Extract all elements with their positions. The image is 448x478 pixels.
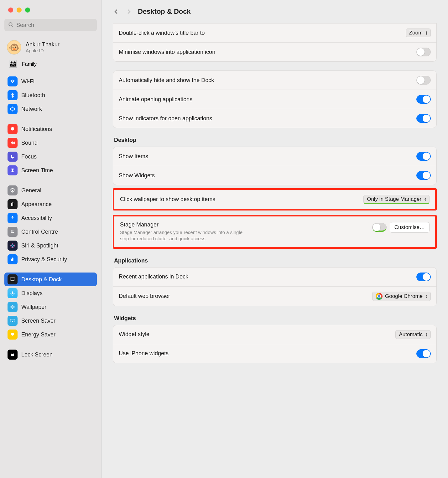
svg-line-1	[12, 25, 13, 27]
lock-icon	[8, 350, 18, 360]
sidebar-item-displays[interactable]: Displays	[4, 286, 97, 300]
gear-icon	[8, 185, 18, 195]
svg-point-12	[12, 245, 13, 247]
sidebar-item-label: Screen Saver	[21, 318, 55, 324]
customise-button[interactable]: Customise…	[390, 222, 430, 233]
updown-icon: ▲▼	[425, 294, 428, 298]
row-iphone-widgets: Use iPhone widgets	[113, 344, 436, 363]
search-input[interactable]	[4, 19, 97, 31]
click-wallpaper-select[interactable]: Only in Stage Manager ▲▼	[363, 195, 430, 204]
label: Default web browser	[119, 293, 372, 299]
apple-id-row[interactable]: 🐵 Ankur Thakur Apple ID	[0, 34, 101, 58]
updown-icon: ▲▼	[424, 197, 427, 201]
forward-button[interactable]	[125, 8, 132, 15]
siri-icon	[8, 241, 18, 251]
sidebar-item-label: Accessibility	[21, 215, 52, 221]
minimise-toggle[interactable]	[416, 48, 431, 56]
default-browser-select[interactable]: Google Chrome ▲▼	[372, 292, 431, 301]
recent-apps-toggle[interactable]	[416, 273, 431, 281]
label: Stage Manager	[120, 221, 368, 228]
label: Show Widgets	[119, 172, 416, 179]
sidebar-item-label: Focus	[21, 153, 37, 160]
minimize-icon[interactable]	[17, 8, 22, 13]
desktop-heading: Desktop	[113, 137, 437, 147]
row-show-items: Show Items	[113, 147, 436, 166]
sidebar-item-wifi[interactable]: Wi-Fi	[4, 75, 97, 88]
dock-panel: Double-click a window's title bar to Zoo…	[113, 23, 437, 62]
row-click-wallpaper: Click wallpaper to show desktop items On…	[114, 190, 435, 209]
sidebar-item-focus[interactable]: Focus	[4, 150, 97, 164]
row-widget-style: Widget style Automatic ▲▼	[113, 325, 436, 344]
show-items-toggle[interactable]	[416, 152, 431, 161]
svg-line-23	[14, 292, 14, 292]
iphone-widgets-toggle[interactable]	[416, 349, 431, 358]
row-stage-manager: Stage Manager Stage Manager arranges you…	[114, 216, 435, 247]
svg-line-22	[11, 294, 12, 295]
sidebar-item-lockscreen[interactable]: Lock Screen	[4, 348, 97, 361]
avatar: 🐵	[7, 40, 21, 55]
topbar: Desktop & Dock	[113, 0, 437, 23]
highlight-click-wallpaper: Click wallpaper to show desktop items On…	[113, 188, 437, 210]
svg-line-21	[14, 294, 14, 295]
sidebar-item-label: Appearance	[21, 201, 52, 208]
sidebar-item-label: Displays	[21, 290, 43, 297]
chrome-icon	[376, 293, 383, 300]
dock-icon	[8, 274, 18, 284]
sidebar-item-label: Siri & Spotlight	[21, 242, 58, 249]
close-icon[interactable]	[8, 8, 13, 13]
updown-icon: ▲▼	[425, 333, 428, 336]
label: Show Items	[119, 153, 416, 160]
double-click-select[interactable]: Zoom ▲▼	[406, 29, 431, 37]
sidebar-item-family[interactable]: 👨‍👩‍👧 Family	[0, 58, 101, 73]
label: Minimise windows into application icon	[119, 49, 416, 55]
svg-point-24	[12, 307, 13, 308]
sidebar-item-label: Desktop & Dock	[21, 276, 62, 283]
autohide-toggle[interactable]	[416, 76, 431, 85]
indicators-toggle[interactable]	[416, 114, 431, 123]
sidebar-item-bluetooth[interactable]: Bluetooth	[4, 88, 97, 102]
sidebar-item-label: Notifications	[21, 126, 52, 132]
svg-point-10	[13, 232, 14, 233]
sidebar-item-appearance[interactable]: Appearance	[4, 197, 97, 211]
label: Use iPhone widgets	[119, 350, 416, 357]
bulb-icon	[8, 330, 18, 340]
fullscreen-icon[interactable]	[25, 8, 30, 13]
sidebar-item-network[interactable]: Network	[4, 102, 97, 116]
wifi-icon	[8, 76, 18, 86]
search-icon	[8, 22, 14, 28]
animate-toggle[interactable]	[416, 95, 431, 104]
applications-panel: Recent applications in Dock Default web …	[113, 267, 437, 306]
svg-point-6	[12, 216, 13, 217]
svg-point-25	[12, 305, 13, 306]
svg-point-11	[11, 244, 14, 247]
show-widgets-toggle[interactable]	[416, 171, 431, 180]
sidebar-item-label: Family	[22, 61, 37, 67]
widget-style-select[interactable]: Automatic ▲▼	[395, 330, 431, 339]
sidebar-item-privacy[interactable]: Privacy & Security	[4, 252, 97, 266]
sidebar-item-wallpaper[interactable]: Wallpaper	[4, 300, 97, 314]
moon-icon	[8, 152, 18, 162]
sidebar-item-screentime[interactable]: Screen Time	[4, 164, 97, 177]
sidebar-item-energy[interactable]: Energy Saver	[4, 328, 97, 341]
sidebar-item-notifications[interactable]: Notifications	[4, 122, 97, 136]
svg-point-15	[12, 292, 13, 294]
sidebar-item-label: Control Centre	[21, 229, 58, 235]
user-name: Ankur Thakur	[26, 41, 60, 48]
bell-icon	[8, 124, 18, 134]
label: Recent applications in Dock	[119, 273, 416, 280]
sidebar-item-controlcentre[interactable]: Control Centre	[4, 225, 97, 239]
sidebar-item-screensaver[interactable]: Screen Saver	[4, 314, 97, 328]
sidebar-item-sound[interactable]: Sound	[4, 136, 97, 150]
hand-icon	[8, 254, 18, 264]
sidebar-item-siri[interactable]: Siri & Spotlight	[4, 239, 97, 252]
back-button[interactable]	[113, 8, 120, 15]
sidebar-item-desktop-dock[interactable]: Desktop & Dock	[4, 273, 97, 286]
sliders-icon	[8, 227, 18, 237]
sidebar-item-accessibility[interactable]: Accessibility	[4, 211, 97, 225]
window-controls	[0, 0, 101, 13]
row-minimise: Minimise windows into application icon	[113, 42, 436, 61]
stage-manager-toggle[interactable]	[372, 223, 387, 232]
svg-rect-14	[11, 280, 14, 281]
svg-point-0	[9, 23, 12, 26]
sidebar-item-general[interactable]: General	[4, 184, 97, 197]
